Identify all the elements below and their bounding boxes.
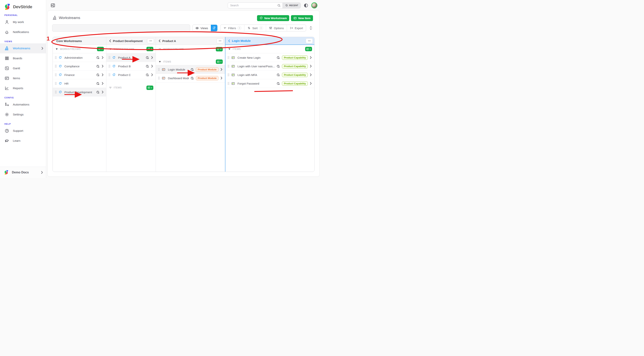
recent-button[interactable]: RECENT bbox=[282, 3, 300, 8]
chevron-right-icon[interactable] bbox=[102, 82, 104, 85]
chevron-right-icon[interactable] bbox=[310, 65, 312, 68]
chevron-right-icon[interactable] bbox=[151, 73, 153, 76]
sidebar-item-learn[interactable]: Learn bbox=[0, 136, 46, 146]
workstream-row-product-c[interactable]: Product C bbox=[106, 71, 156, 79]
triangle-collapse-icon[interactable] bbox=[159, 61, 161, 63]
stats-icon[interactable] bbox=[96, 65, 100, 68]
chevron-right-icon[interactable] bbox=[102, 56, 104, 59]
sidebar-item-items[interactable]: Items bbox=[0, 73, 46, 83]
expand-columns-button[interactable] bbox=[309, 26, 313, 30]
triangle-collapsed-icon[interactable] bbox=[109, 87, 112, 89]
workstream-row-product-development[interactable]: Product Development bbox=[53, 88, 106, 97]
workstream-row-hr[interactable]: HR bbox=[53, 79, 106, 88]
chevron-right-icon[interactable] bbox=[102, 65, 104, 68]
drag-handle-icon[interactable] bbox=[55, 73, 57, 76]
board-path-bar[interactable] bbox=[52, 24, 190, 32]
add-workstream-button[interactable]: + bbox=[146, 47, 153, 51]
add-workstream-button[interactable]: + bbox=[216, 47, 223, 51]
sidebar-collapse-button[interactable] bbox=[50, 3, 56, 8]
drag-handle-icon[interactable] bbox=[55, 91, 57, 94]
new-workstream-button[interactable]: New Workstream bbox=[257, 15, 289, 21]
options-button[interactable]: Options bbox=[266, 25, 287, 31]
sidebar-item-settings[interactable]: Settings bbox=[0, 110, 46, 120]
drag-handle-icon[interactable] bbox=[228, 65, 230, 68]
sidebar-item-support[interactable]: Support bbox=[0, 126, 46, 136]
drag-handle-icon[interactable] bbox=[108, 56, 110, 59]
app-logo[interactable]: DevStride bbox=[0, 0, 46, 11]
stats-icon[interactable] bbox=[96, 56, 100, 60]
column-header[interactable]: Login Module bbox=[226, 37, 314, 45]
export-button[interactable]: Export bbox=[287, 25, 306, 31]
chevron-right-icon[interactable] bbox=[151, 56, 153, 59]
workstreams-section-header[interactable]: WORKSTREAMS + bbox=[106, 45, 156, 53]
sidebar-item-boards[interactable]: Boards bbox=[0, 53, 46, 63]
drag-handle-icon[interactable] bbox=[55, 65, 57, 68]
workstream-row-administration[interactable]: Administration bbox=[53, 53, 106, 62]
chevron-right-icon[interactable] bbox=[310, 73, 312, 76]
triangle-collapse-icon[interactable] bbox=[56, 48, 58, 50]
workstreams-section-header[interactable]: WORKSTREAMS + bbox=[53, 45, 106, 53]
chevron-left-icon[interactable] bbox=[228, 39, 230, 42]
items-section-header[interactable]: ITEMS + bbox=[156, 58, 225, 65]
sidebar-item-notifications[interactable]: Notifications bbox=[0, 27, 46, 37]
column-menu-button[interactable] bbox=[147, 38, 154, 43]
item-row-login-username-password[interactable]: Login with User name/Pass... Product Cap… bbox=[226, 62, 314, 71]
stats-icon[interactable] bbox=[276, 73, 280, 77]
workstream-row-finance[interactable]: Finance bbox=[53, 71, 106, 79]
item-row-create-new-login[interactable]: Create New Login Product Capability bbox=[226, 53, 314, 62]
column-header[interactable]: Product Development bbox=[106, 37, 156, 45]
item-row-dashboard-module[interactable]: Dashboard Module Product Module bbox=[156, 74, 225, 83]
views-button[interactable]: Views bbox=[192, 25, 211, 31]
stats-icon[interactable] bbox=[146, 56, 149, 60]
add-item-button[interactable]: + bbox=[305, 47, 312, 51]
drag-handle-icon[interactable] bbox=[228, 82, 230, 85]
sidebar-item-reports[interactable]: Reports bbox=[0, 83, 46, 93]
sidebar-item-workstreams[interactable]: Workstreams bbox=[0, 43, 46, 53]
chevron-left-icon[interactable] bbox=[109, 39, 111, 42]
triangle-collapse-icon[interactable] bbox=[228, 48, 230, 50]
stats-icon[interactable] bbox=[276, 56, 280, 60]
stats-icon[interactable] bbox=[96, 90, 100, 94]
item-row-login-with-mfa[interactable]: Login with MFA Product Capability bbox=[226, 71, 314, 79]
sidebar-item-gantt[interactable]: Gantt bbox=[0, 63, 46, 73]
chevron-right-icon[interactable] bbox=[310, 82, 312, 85]
items-section-header[interactable]: ITEMS + bbox=[106, 84, 156, 92]
workspace-switcher[interactable]: Demo Docs bbox=[0, 167, 46, 178]
stats-icon[interactable] bbox=[190, 76, 194, 80]
stats-icon[interactable] bbox=[146, 65, 149, 68]
workstream-row-product-b[interactable]: Product B bbox=[106, 62, 156, 71]
user-avatar[interactable] bbox=[311, 2, 318, 9]
save-view-bookmark-button[interactable] bbox=[211, 25, 217, 31]
sort-button[interactable]: Sort 0 bbox=[244, 25, 266, 31]
drag-handle-icon[interactable] bbox=[228, 56, 230, 59]
chevron-right-icon[interactable] bbox=[220, 77, 222, 80]
triangle-collapsed-icon[interactable] bbox=[159, 48, 161, 50]
drag-handle-icon[interactable] bbox=[228, 73, 230, 76]
sidebar-item-my-work[interactable]: My work bbox=[0, 17, 46, 27]
column-header[interactable]: Core Workstreams bbox=[53, 37, 106, 45]
column-menu-button[interactable] bbox=[306, 38, 313, 43]
triangle-collapse-icon[interactable] bbox=[109, 48, 112, 50]
theme-contrast-toggle[interactable] bbox=[304, 3, 308, 8]
workstream-row-compliance[interactable]: Compliance bbox=[53, 62, 106, 71]
column-header[interactable]: Product A bbox=[156, 37, 225, 45]
workstreams-section-header[interactable]: WORKSTREAMS + bbox=[156, 45, 225, 53]
stats-icon[interactable] bbox=[276, 65, 280, 68]
stats-icon[interactable] bbox=[96, 82, 100, 85]
stats-icon[interactable] bbox=[96, 73, 100, 77]
drag-handle-icon[interactable] bbox=[55, 56, 57, 59]
drag-handle-icon[interactable] bbox=[55, 82, 57, 85]
item-row-forgot-password[interactable]: Forgot Password Product Capability bbox=[226, 79, 314, 88]
search-input[interactable] bbox=[228, 4, 277, 7]
drag-handle-icon[interactable] bbox=[108, 73, 110, 76]
drag-handle-icon[interactable] bbox=[158, 77, 160, 80]
filters-button[interactable]: Filters 0 bbox=[220, 25, 244, 31]
sidebar-item-automations[interactable]: Automations bbox=[0, 100, 46, 110]
chevron-left-icon[interactable] bbox=[158, 39, 160, 42]
chevron-right-icon[interactable] bbox=[310, 56, 312, 59]
chevron-right-icon[interactable] bbox=[151, 65, 153, 68]
drag-handle-icon[interactable] bbox=[158, 68, 160, 71]
workstream-row-product-a[interactable]: Product A bbox=[106, 53, 156, 62]
add-item-button[interactable]: + bbox=[146, 86, 153, 90]
drag-handle-icon[interactable] bbox=[108, 65, 110, 68]
